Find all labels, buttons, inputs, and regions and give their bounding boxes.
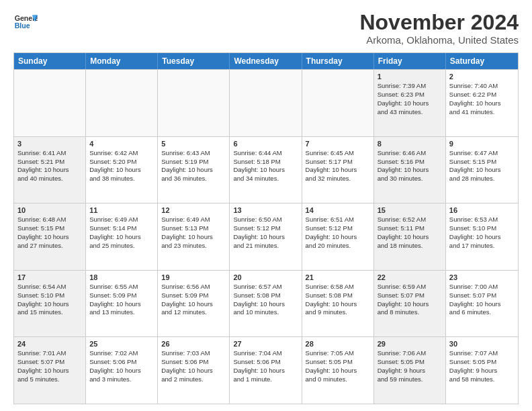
header: General Blue November 2024 Arkoma, Oklah… — [13, 11, 519, 46]
day-info: Sunrise: 6:45 AM Sunset: 5:17 PM Dayligh… — [306, 149, 370, 183]
day-info: Sunrise: 6:48 AM Sunset: 5:15 PM Dayligh… — [17, 216, 82, 250]
day-info: Sunrise: 7:06 AM Sunset: 5:05 PM Dayligh… — [378, 349, 442, 383]
title-block: November 2024 Arkoma, Oklahoma, United S… — [359, 11, 519, 46]
week-row-4: 17Sunrise: 6:54 AM Sunset: 5:10 PM Dayli… — [14, 270, 518, 337]
logo: General Blue — [13, 11, 38, 35]
calendar-cell: 7Sunrise: 6:45 AM Sunset: 5:17 PM Daylig… — [302, 137, 374, 203]
day-info: Sunrise: 6:44 AM Sunset: 5:18 PM Dayligh… — [233, 149, 298, 183]
week-row-1: 1Sunrise: 7:39 AM Sunset: 6:23 PM Daylig… — [14, 69, 518, 136]
day-info: Sunrise: 7:02 AM Sunset: 5:06 PM Dayligh… — [89, 349, 154, 383]
calendar-cell: 24Sunrise: 7:01 AM Sunset: 5:07 PM Dayli… — [14, 337, 86, 404]
calendar-cell: 3Sunrise: 6:41 AM Sunset: 5:21 PM Daylig… — [14, 137, 86, 203]
day-info: Sunrise: 6:52 AM Sunset: 5:11 PM Dayligh… — [378, 216, 442, 250]
calendar-cell: 4Sunrise: 6:42 AM Sunset: 5:20 PM Daylig… — [86, 137, 158, 203]
week-row-2: 3Sunrise: 6:41 AM Sunset: 5:21 PM Daylig… — [14, 136, 518, 203]
calendar-cell — [158, 70, 230, 136]
calendar-cell: 9Sunrise: 6:47 AM Sunset: 5:15 PM Daylig… — [446, 137, 518, 203]
day-number: 26 — [161, 340, 226, 348]
logo-icon: General Blue — [13, 11, 38, 35]
calendar-cell: 16Sunrise: 6:53 AM Sunset: 5:10 PM Dayli… — [446, 203, 518, 270]
calendar-cell: 2Sunrise: 7:40 AM Sunset: 6:22 PM Daylig… — [446, 70, 518, 136]
location: Arkoma, Oklahoma, United States — [359, 34, 519, 46]
day-info: Sunrise: 6:56 AM Sunset: 5:09 PM Dayligh… — [161, 283, 226, 317]
day-info: Sunrise: 6:51 AM Sunset: 5:12 PM Dayligh… — [306, 216, 370, 250]
day-info: Sunrise: 7:00 AM Sunset: 5:07 PM Dayligh… — [449, 283, 515, 317]
calendar-cell: 8Sunrise: 6:46 AM Sunset: 5:16 PM Daylig… — [374, 137, 446, 203]
day-info: Sunrise: 7:05 AM Sunset: 5:05 PM Dayligh… — [306, 349, 370, 383]
calendar-cell: 18Sunrise: 6:55 AM Sunset: 5:09 PM Dayli… — [86, 271, 158, 337]
day-number: 15 — [378, 206, 442, 214]
weekday-header-saturday: Saturday — [446, 53, 518, 69]
day-info: Sunrise: 7:01 AM Sunset: 5:07 PM Dayligh… — [17, 349, 82, 383]
calendar-cell: 5Sunrise: 6:43 AM Sunset: 5:19 PM Daylig… — [158, 137, 230, 203]
calendar-cell: 20Sunrise: 6:57 AM Sunset: 5:08 PM Dayli… — [230, 271, 302, 337]
calendar-cell: 23Sunrise: 7:00 AM Sunset: 5:07 PM Dayli… — [446, 271, 518, 337]
calendar-cell: 28Sunrise: 7:05 AM Sunset: 5:05 PM Dayli… — [302, 337, 374, 404]
svg-text:Blue: Blue — [15, 21, 30, 30]
day-number: 3 — [17, 140, 82, 148]
day-number: 28 — [306, 340, 370, 348]
day-info: Sunrise: 6:54 AM Sunset: 5:10 PM Dayligh… — [17, 283, 82, 317]
day-info: Sunrise: 6:59 AM Sunset: 5:07 PM Dayligh… — [378, 283, 442, 317]
calendar-cell: 14Sunrise: 6:51 AM Sunset: 5:12 PM Dayli… — [302, 203, 374, 270]
day-number: 24 — [17, 340, 82, 348]
day-info: Sunrise: 6:50 AM Sunset: 5:12 PM Dayligh… — [233, 216, 298, 250]
weekday-header-monday: Monday — [86, 53, 158, 69]
calendar-cell: 13Sunrise: 6:50 AM Sunset: 5:12 PM Dayli… — [230, 203, 302, 270]
day-info: Sunrise: 6:58 AM Sunset: 5:08 PM Dayligh… — [306, 283, 370, 317]
day-number: 19 — [161, 273, 226, 281]
day-number: 17 — [17, 273, 82, 281]
day-number: 29 — [378, 340, 442, 348]
day-number: 10 — [17, 206, 82, 214]
day-info: Sunrise: 7:03 AM Sunset: 5:06 PM Dayligh… — [161, 349, 226, 383]
calendar-cell: 25Sunrise: 7:02 AM Sunset: 5:06 PM Dayli… — [86, 337, 158, 404]
day-number: 4 — [89, 140, 154, 148]
calendar-cell: 30Sunrise: 7:07 AM Sunset: 5:05 PM Dayli… — [446, 337, 518, 404]
calendar-cell: 11Sunrise: 6:49 AM Sunset: 5:14 PM Dayli… — [86, 203, 158, 270]
page: General Blue November 2024 Arkoma, Oklah… — [0, 0, 532, 411]
calendar-cell: 27Sunrise: 7:04 AM Sunset: 5:06 PM Dayli… — [230, 337, 302, 404]
weekday-header-sunday: Sunday — [14, 53, 86, 69]
day-number: 30 — [449, 340, 515, 348]
calendar-cell — [230, 70, 302, 136]
day-info: Sunrise: 7:39 AM Sunset: 6:23 PM Dayligh… — [378, 82, 442, 116]
calendar-header: SundayMondayTuesdayWednesdayThursdayFrid… — [14, 53, 518, 69]
day-number: 20 — [233, 273, 298, 281]
calendar-body: 1Sunrise: 7:39 AM Sunset: 6:23 PM Daylig… — [14, 69, 518, 404]
calendar-cell: 19Sunrise: 6:56 AM Sunset: 5:09 PM Dayli… — [158, 271, 230, 337]
calendar: SundayMondayTuesdayWednesdayThursdayFrid… — [13, 52, 519, 404]
day-number: 14 — [306, 206, 370, 214]
day-number: 23 — [449, 273, 515, 281]
day-number: 21 — [306, 273, 370, 281]
day-number: 11 — [89, 206, 154, 214]
weekday-header-wednesday: Wednesday — [230, 53, 302, 69]
day-number: 7 — [306, 140, 370, 148]
calendar-cell: 26Sunrise: 7:03 AM Sunset: 5:06 PM Dayli… — [158, 337, 230, 404]
day-info: Sunrise: 6:47 AM Sunset: 5:15 PM Dayligh… — [449, 149, 515, 183]
weekday-header-friday: Friday — [374, 53, 446, 69]
day-number: 12 — [161, 206, 226, 214]
weekday-header-thursday: Thursday — [302, 53, 374, 69]
calendar-cell: 12Sunrise: 6:49 AM Sunset: 5:13 PM Dayli… — [158, 203, 230, 270]
calendar-cell: 6Sunrise: 6:44 AM Sunset: 5:18 PM Daylig… — [230, 137, 302, 203]
day-number: 8 — [378, 140, 442, 148]
day-number: 18 — [89, 273, 154, 281]
day-info: Sunrise: 6:46 AM Sunset: 5:16 PM Dayligh… — [378, 149, 442, 183]
calendar-cell: 10Sunrise: 6:48 AM Sunset: 5:15 PM Dayli… — [14, 203, 86, 270]
day-number: 22 — [378, 273, 442, 281]
calendar-cell: 29Sunrise: 7:06 AM Sunset: 5:05 PM Dayli… — [374, 337, 446, 404]
day-number: 5 — [161, 140, 226, 148]
calendar-cell: 17Sunrise: 6:54 AM Sunset: 5:10 PM Dayli… — [14, 271, 86, 337]
calendar-cell: 1Sunrise: 7:39 AM Sunset: 6:23 PM Daylig… — [374, 70, 446, 136]
month-title: November 2024 — [359, 11, 519, 34]
day-info: Sunrise: 6:57 AM Sunset: 5:08 PM Dayligh… — [233, 283, 298, 317]
day-info: Sunrise: 6:53 AM Sunset: 5:10 PM Dayligh… — [449, 216, 515, 250]
week-row-5: 24Sunrise: 7:01 AM Sunset: 5:07 PM Dayli… — [14, 336, 518, 404]
calendar-cell: 15Sunrise: 6:52 AM Sunset: 5:11 PM Dayli… — [374, 203, 446, 270]
calendar-cell — [14, 70, 86, 136]
day-info: Sunrise: 7:04 AM Sunset: 5:06 PM Dayligh… — [233, 349, 298, 383]
day-info: Sunrise: 6:41 AM Sunset: 5:21 PM Dayligh… — [17, 149, 82, 183]
day-info: Sunrise: 7:40 AM Sunset: 6:22 PM Dayligh… — [449, 82, 515, 116]
calendar-cell — [86, 70, 158, 136]
day-number: 1 — [378, 73, 442, 81]
